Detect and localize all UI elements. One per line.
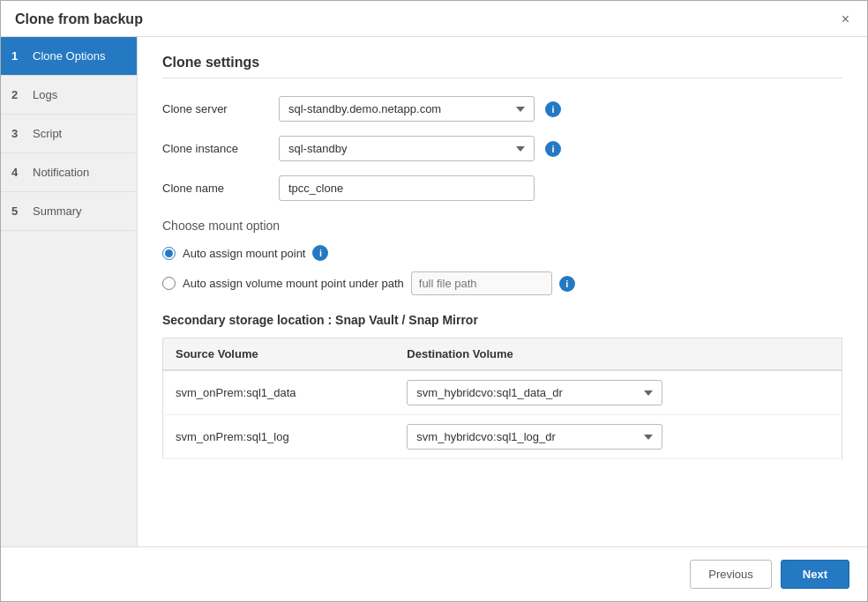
step-5-label: Summary xyxy=(33,204,82,218)
radio-path-mount-input[interactable] xyxy=(162,277,176,290)
clone-instance-row: Clone instance sql-standby i xyxy=(162,136,842,161)
step-2-label: Logs xyxy=(33,88,57,101)
step-4-number: 4 xyxy=(11,166,26,179)
sidebar-item-summary[interactable]: 5 Summary xyxy=(1,192,137,231)
step-3-label: Script xyxy=(33,127,62,140)
clone-server-row: Clone server sql-standby.demo.netapp.com… xyxy=(162,96,842,122)
clone-server-info-icon[interactable]: i xyxy=(545,101,561,117)
step-1-number: 1 xyxy=(11,49,26,63)
dest-volume-cell-1: svm_hybridcvo:sql1_data_dr xyxy=(394,370,842,415)
clone-instance-select[interactable]: sql-standby xyxy=(279,136,535,161)
sidebar: 1 Clone Options 2 Logs 3 Script 4 Notifi… xyxy=(1,37,138,546)
mount-section-title: Choose mount option xyxy=(162,219,842,233)
path-mount-info-icon[interactable]: i xyxy=(559,276,575,292)
storage-section: Secondary storage location : Snap Vault … xyxy=(162,313,842,459)
clone-instance-label: Clone instance xyxy=(162,142,268,155)
step-2-number: 2 xyxy=(11,88,26,101)
clone-server-label: Clone server xyxy=(162,102,268,115)
clone-name-label: Clone name xyxy=(162,182,268,195)
step-1-label: Clone Options xyxy=(33,49,105,63)
step-3-number: 3 xyxy=(11,127,26,140)
sidebar-item-notification[interactable]: 4 Notification xyxy=(1,153,137,192)
col-source-volume: Source Volume xyxy=(163,338,395,371)
previous-button[interactable]: Previous xyxy=(690,560,772,589)
dest-volume-select-1[interactable]: svm_hybridcvo:sql1_data_dr xyxy=(407,380,662,405)
path-input[interactable] xyxy=(411,271,552,295)
auto-mount-info-icon[interactable]: i xyxy=(312,245,328,261)
sidebar-item-clone-options[interactable]: 1 Clone Options xyxy=(1,37,137,76)
storage-table: Source Volume Destination Volume svm_onP… xyxy=(162,338,842,459)
table-header-row: Source Volume Destination Volume xyxy=(163,338,842,371)
dest-volume-select-2[interactable]: svm_hybridcvo:sql1_log_dr xyxy=(407,424,662,450)
clone-server-select[interactable]: sql-standby.demo.netapp.com xyxy=(279,96,535,122)
source-volume-2: svm_onPrem:sql1_log xyxy=(163,415,395,459)
close-button[interactable]: × xyxy=(838,12,853,26)
radio-auto-mount: Auto assign mount point i xyxy=(162,245,842,261)
clone-name-input[interactable] xyxy=(279,175,535,201)
dest-select-wrapper-2: svm_hybridcvo:sql1_log_dr xyxy=(407,424,662,450)
col-dest-volume: Destination Volume xyxy=(394,338,842,371)
sidebar-item-logs[interactable]: 2 Logs xyxy=(1,76,137,115)
radio-auto-mount-label: Auto assign mount point xyxy=(183,247,305,260)
section-title: Clone settings xyxy=(162,55,842,78)
mount-options-group: Auto assign mount point i Auto assign vo… xyxy=(162,245,842,295)
next-button[interactable]: Next xyxy=(781,560,849,589)
step-4-label: Notification xyxy=(33,166,89,179)
dialog-title: Clone from backup xyxy=(15,11,143,27)
clone-from-backup-dialog: Clone from backup × 1 Clone Options 2 Lo… xyxy=(0,0,868,602)
storage-section-title: Secondary storage location : Snap Vault … xyxy=(162,313,842,327)
main-content: Clone settings Clone server sql-standby.… xyxy=(138,37,867,546)
step-5-number: 5 xyxy=(11,204,26,218)
table-row: svm_onPrem:sql1_log svm_hybridcvo:sql1_l… xyxy=(163,415,842,459)
radio-auto-mount-input[interactable] xyxy=(162,247,176,260)
dialog-body: 1 Clone Options 2 Logs 3 Script 4 Notifi… xyxy=(1,37,867,546)
radio-path-mount: Auto assign volume mount point under pat… xyxy=(162,271,842,295)
dialog-footer: Previous Next xyxy=(1,546,867,601)
dest-select-wrapper-1: svm_hybridcvo:sql1_data_dr xyxy=(407,380,662,405)
radio-path-mount-label: Auto assign volume mount point under pat… xyxy=(183,277,404,290)
dest-volume-cell-2: svm_hybridcvo:sql1_log_dr xyxy=(394,415,842,459)
clone-name-row: Clone name xyxy=(162,175,842,201)
table-row: svm_onPrem:sql1_data svm_hybridcvo:sql1_… xyxy=(163,370,842,415)
source-volume-1: svm_onPrem:sql1_data xyxy=(163,370,395,415)
dialog-header: Clone from backup × xyxy=(1,1,867,37)
clone-instance-info-icon[interactable]: i xyxy=(545,141,561,157)
sidebar-item-script[interactable]: 3 Script xyxy=(1,115,137,153)
